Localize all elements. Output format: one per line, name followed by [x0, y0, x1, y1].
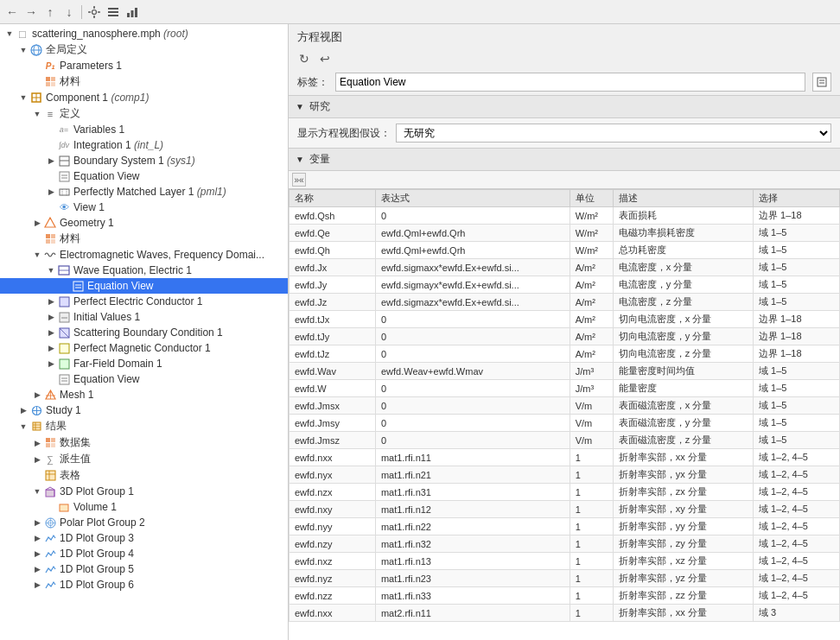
table-row[interactable]: ewfd.Jx ewfd.sigmaxx*ewfd.Ex+ewfd.si... …: [290, 259, 840, 276]
tree-arrow-3dplot1[interactable]: [31, 487, 43, 496]
tree-item-1dplot4[interactable]: 1D Plot Group 4: [0, 546, 288, 561]
tree-item-global[interactable]: 全局定义: [0, 41, 288, 58]
tree-arrow-global[interactable]: [17, 46, 29, 54]
tree-item-vol1[interactable]: Volume 1: [0, 499, 288, 515]
table-row[interactable]: ewfd.nxz mat1.rfi.n13 1 折射率实部，xz 分量 域 1–…: [290, 553, 840, 570]
table-row[interactable]: ewfd.Jz ewfd.sigmazx*ewfd.Ex+ewfd.si... …: [290, 294, 840, 311]
table-row[interactable]: ewfd.Wav ewfd.Weav+ewfd.Wmav J/m³ 能量密度时间…: [290, 363, 840, 380]
tree-item-polar2[interactable]: Polar Plot Group 2: [0, 515, 288, 530]
tree-arrow-sbc1[interactable]: [45, 328, 57, 337]
tree-arrow-root[interactable]: [3, 29, 16, 38]
tree-item-results[interactable]: 结果: [0, 418, 288, 434]
up-btn[interactable]: ↑: [41, 3, 59, 21]
tree-arrow-def[interactable]: [31, 110, 43, 118]
table-row[interactable]: ewfd.tJx 0 A/m² 切向电流密度，x 分量 边界 1–18: [290, 311, 840, 328]
tree-item-root[interactable]: □ scattering_nanosphere.mph (root): [0, 26, 288, 41]
tree-item-derived[interactable]: ∑ 派生值: [0, 451, 288, 467]
tree-arrow-pec1[interactable]: [45, 297, 57, 306]
table-row[interactable]: ewfd.Qsh 0 W/m² 表面损耗 边界 1–18: [290, 207, 840, 225]
label-btn[interactable]: [812, 73, 831, 92]
tree-item-3dplot1[interactable]: 3D Plot Group 1: [0, 484, 288, 499]
tree-item-int1[interactable]: ∫dv Integration 1 (int_L): [0, 137, 288, 153]
table-row[interactable]: ewfd.nzx mat1.rfi.n31 1 折射率实部，zx 分量 域 1–…: [290, 484, 840, 501]
tree-item-eqview-selected[interactable]: Equation View: [0, 278, 288, 294]
tree-item-def[interactable]: ≡ 定义: [0, 105, 288, 122]
tree-item-view1[interactable]: 👁 View 1: [0, 200, 288, 215]
tree-arrow-emfd[interactable]: [31, 250, 43, 259]
tree-arrow-derived[interactable]: [31, 455, 43, 464]
table-row[interactable]: ewfd.Jmsz 0 V/m 表面磁流密度，z 分量 域 1–5: [290, 432, 840, 449]
tree-item-1dplot6[interactable]: 1D Plot Group 6: [0, 577, 288, 592]
tree-arrow-1dplot6[interactable]: [31, 580, 43, 589]
table-row[interactable]: ewfd.W 0 J/m³ 能量密度 域 1–5: [290, 380, 840, 397]
tree-item-ff1[interactable]: Far-Field Domain 1: [0, 356, 288, 371]
tree-item-bs1[interactable]: Boundary System 1 (sys1): [0, 153, 288, 168]
tree-item-var1[interactable]: a= Variables 1: [0, 122, 288, 137]
forward-btn[interactable]: →: [22, 3, 40, 21]
undo-btn[interactable]: ↩: [316, 50, 334, 67]
tree-arrow-results[interactable]: [17, 422, 29, 431]
tree-arrow-pmc1[interactable]: [45, 344, 57, 352]
study-section-header[interactable]: ▼ 研究: [289, 95, 840, 118]
tree-item-emfd[interactable]: Electromagnetic Waves, Frequency Domai..…: [0, 247, 288, 263]
tree-arrow-1dplot5[interactable]: [31, 565, 43, 573]
tree-item-mesh1[interactable]: Mesh 1: [0, 387, 288, 402]
tree-item-1dplot5[interactable]: 1D Plot Group 5: [0, 561, 288, 577]
table-row[interactable]: ewfd.nzy mat1.rfi.n32 1 折射率实部，zy 分量 域 1–…: [290, 535, 840, 553]
tree-arrow-study1[interactable]: [17, 406, 29, 415]
tree-item-mat-global[interactable]: 材料: [0, 73, 288, 90]
table-row[interactable]: ewfd.Jy ewfd.sigmayx*ewfd.Ex+ewfd.si... …: [290, 276, 840, 294]
label-input[interactable]: [335, 73, 805, 92]
table-row[interactable]: ewfd.nxx mat1.rfi.n11 1 折射率实部，xx 分量 域 1–…: [290, 449, 840, 466]
table-row[interactable]: ewfd.Jmsy 0 V/m 表面磁流密度，y 分量 域 1–5: [290, 415, 840, 432]
tree-item-sbc1[interactable]: Scattering Boundary Condition 1: [0, 325, 288, 340]
tree-arrow-weq1[interactable]: [45, 266, 57, 275]
tree-item-eqview3[interactable]: Equation View: [0, 371, 288, 387]
study-select[interactable]: 无研究: [396, 124, 831, 143]
var-section-header[interactable]: ▼ 变量: [289, 148, 840, 171]
table-row[interactable]: ewfd.nyz mat1.rfi.n23 1 折射率实部，yz 分量 域 1–…: [290, 570, 840, 587]
tree-arrow-pml[interactable]: [45, 187, 57, 196]
table-row[interactable]: ewfd.tJz 0 A/m² 切向电流密度，z 分量 边界 1–18: [290, 345, 840, 363]
back-btn[interactable]: ←: [3, 3, 21, 21]
tree-item-geo1[interactable]: Geometry 1: [0, 215, 288, 231]
table-row[interactable]: ewfd.nyx mat1.rfi.n21 1 折射率实部，yx 分量 域 1–…: [290, 466, 840, 484]
tree-item-eqview1[interactable]: Equation View: [0, 168, 288, 184]
tree-arrow-polar2[interactable]: [31, 518, 43, 527]
down-btn[interactable]: ↓: [60, 3, 78, 21]
tree-item-table[interactable]: 表格: [0, 467, 288, 484]
tree-item-study1[interactable]: Study 1: [0, 402, 288, 418]
tree-item-1dplot3[interactable]: 1D Plot Group 3: [0, 530, 288, 546]
tree-item-weq1[interactable]: Wave Equation, Electric 1: [0, 263, 288, 278]
table-row[interactable]: ewfd.nyy mat1.rfi.n22 1 折射率实部，yy 分量 域 1–…: [290, 518, 840, 535]
table-row[interactable]: ewfd.tJy 0 A/m² 切向电流密度，y 分量 边界 1–18: [290, 328, 840, 345]
list-icon[interactable]: [105, 3, 122, 21]
tree-item-init1[interactable]: Initial Values 1: [0, 309, 288, 325]
table-row[interactable]: ewfd.Qe ewfd.Qml+ewfd.Qrh W/m² 电磁功率损耗密度 …: [290, 225, 840, 242]
expand-cols-btn[interactable]: »«: [292, 173, 306, 187]
tree-item-params1[interactable]: P₁ Parameters 1: [0, 58, 288, 73]
table-row[interactable]: ewfd.Qh ewfd.Qml+ewfd.Qrh W/m² 总功耗密度 域 1…: [290, 242, 840, 259]
table-row[interactable]: ewfd.nxy mat1.rfi.n12 1 折射率实部，xy 分量 域 1–…: [290, 501, 840, 518]
tree-item-comp1[interactable]: Component 1 (comp1): [0, 90, 288, 105]
tree-arrow-bs[interactable]: [45, 156, 57, 165]
tree-arrow-1dplot4[interactable]: [31, 549, 43, 558]
tree-arrow-comp1[interactable]: [17, 93, 29, 102]
tree-item-pmc1[interactable]: Perfect Magnetic Conductor 1: [0, 340, 288, 356]
settings-icon[interactable]: [86, 3, 103, 21]
table-row[interactable]: ewfd.nzz mat1.rfi.n33 1 折射率实部，zz 分量 域 1–…: [290, 587, 840, 605]
tree-item-dataset[interactable]: 数据集: [0, 434, 288, 451]
tree-arrow-init1[interactable]: [45, 313, 57, 321]
tree-arrow-mesh1[interactable]: [31, 390, 43, 399]
tree-arrow-1dplot3[interactable]: [31, 534, 43, 542]
refresh-btn[interactable]: ↻: [296, 50, 313, 67]
table-row[interactable]: ewfd.nxx mat2.rfi.n11 1 折射率实部，xx 分量 域 3: [290, 605, 840, 622]
tree-item-pec1[interactable]: Perfect Electric Conductor 1: [0, 294, 288, 309]
tree-arrow-ff1[interactable]: [45, 359, 57, 368]
table-row[interactable]: ewfd.Jmsx 0 V/m 表面磁流密度，x 分量 域 1–5: [290, 397, 840, 415]
tree-arrow-dataset[interactable]: [31, 439, 43, 447]
chart-icon[interactable]: [124, 3, 141, 21]
tree-arrow-geo1[interactable]: [31, 219, 43, 227]
tree-item-mat-comp[interactable]: 材料: [0, 231, 288, 247]
tree-item-pml1[interactable]: Perfectly Matched Layer 1 (pml1): [0, 184, 288, 200]
